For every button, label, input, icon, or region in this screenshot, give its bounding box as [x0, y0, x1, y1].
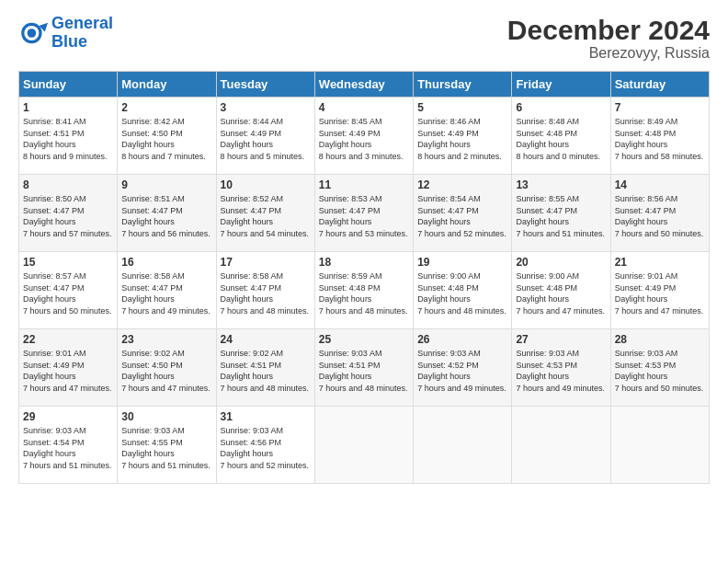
table-row: 31Sunrise: 9:03 AMSunset: 4:56 PMDayligh…: [216, 407, 314, 484]
calendar-subtitle: Berezovyy, Russia: [507, 45, 710, 62]
table-row: 9Sunrise: 8:51 AMSunset: 4:47 PMDaylight…: [118, 175, 216, 252]
table-row: 18Sunrise: 8:59 AMSunset: 4:48 PMDayligh…: [314, 252, 413, 329]
table-row: 6Sunrise: 8:48 AMSunset: 4:48 PMDaylight…: [512, 98, 610, 175]
table-row: 1Sunrise: 8:41 AMSunset: 4:51 PMDaylight…: [19, 98, 118, 175]
svg-point-2: [28, 29, 37, 38]
table-row: 19Sunrise: 9:00 AMSunset: 4:48 PMDayligh…: [414, 252, 512, 329]
table-row: 14Sunrise: 8:56 AMSunset: 4:47 PMDayligh…: [610, 175, 709, 252]
table-row: 4Sunrise: 8:45 AMSunset: 4:49 PMDaylight…: [314, 98, 413, 175]
table-row: [512, 407, 610, 484]
table-row: 7Sunrise: 8:49 AMSunset: 4:48 PMDaylight…: [610, 98, 709, 175]
header: General Blue December 2024 Berezovyy, Ru…: [18, 15, 710, 62]
table-row: 8Sunrise: 8:50 AMSunset: 4:47 PMDaylight…: [19, 175, 118, 252]
table-row: [414, 407, 512, 484]
table-row: 21Sunrise: 9:01 AMSunset: 4:49 PMDayligh…: [610, 252, 709, 329]
table-row: 29Sunrise: 9:03 AMSunset: 4:54 PMDayligh…: [19, 407, 118, 484]
table-row: 22Sunrise: 9:01 AMSunset: 4:49 PMDayligh…: [19, 329, 118, 407]
logo-line1: General: [51, 15, 113, 33]
table-row: 3Sunrise: 8:44 AMSunset: 4:49 PMDaylight…: [216, 98, 314, 175]
logo-line2: Blue: [51, 33, 113, 52]
logo-icon: [18, 18, 48, 48]
table-row: 27Sunrise: 9:03 AMSunset: 4:53 PMDayligh…: [512, 329, 610, 407]
table-row: 26Sunrise: 9:03 AMSunset: 4:52 PMDayligh…: [414, 329, 512, 407]
table-row: 28Sunrise: 9:03 AMSunset: 4:53 PMDayligh…: [610, 329, 709, 407]
table-row: 30Sunrise: 9:03 AMSunset: 4:55 PMDayligh…: [118, 407, 216, 484]
table-row: 17Sunrise: 8:58 AMSunset: 4:47 PMDayligh…: [216, 252, 314, 329]
calendar-week-row: 29Sunrise: 9:03 AMSunset: 4:54 PMDayligh…: [19, 407, 710, 484]
weekday-monday: Monday: [118, 72, 216, 98]
title-block: December 2024 Berezovyy, Russia: [507, 15, 710, 62]
weekday-friday: Friday: [512, 72, 610, 98]
logo: General Blue: [18, 15, 113, 52]
calendar-week-row: 8Sunrise: 8:50 AMSunset: 4:47 PMDaylight…: [19, 175, 710, 252]
calendar-week-row: 1Sunrise: 8:41 AMSunset: 4:51 PMDaylight…: [19, 98, 710, 175]
weekday-saturday: Saturday: [610, 72, 709, 98]
table-row: 20Sunrise: 9:00 AMSunset: 4:48 PMDayligh…: [512, 252, 610, 329]
table-row: 5Sunrise: 8:46 AMSunset: 4:49 PMDaylight…: [414, 98, 512, 175]
calendar-title: December 2024: [507, 15, 710, 45]
table-row: 2Sunrise: 8:42 AMSunset: 4:50 PMDaylight…: [118, 98, 216, 175]
weekday-tuesday: Tuesday: [216, 72, 314, 98]
table-row: 25Sunrise: 9:03 AMSunset: 4:51 PMDayligh…: [314, 329, 413, 407]
table-row: 13Sunrise: 8:55 AMSunset: 4:47 PMDayligh…: [512, 175, 610, 252]
table-row: 12Sunrise: 8:54 AMSunset: 4:47 PMDayligh…: [414, 175, 512, 252]
table-row: [314, 407, 413, 484]
calendar-week-row: 22Sunrise: 9:01 AMSunset: 4:49 PMDayligh…: [19, 329, 710, 407]
calendar-week-row: 15Sunrise: 8:57 AMSunset: 4:47 PMDayligh…: [19, 252, 710, 329]
table-row: 11Sunrise: 8:53 AMSunset: 4:47 PMDayligh…: [314, 175, 413, 252]
weekday-wednesday: Wednesday: [314, 72, 413, 98]
table-row: 15Sunrise: 8:57 AMSunset: 4:47 PMDayligh…: [19, 252, 118, 329]
table-row: [610, 407, 709, 484]
table-row: 23Sunrise: 9:02 AMSunset: 4:50 PMDayligh…: [118, 329, 216, 407]
calendar-table: Sunday Monday Tuesday Wednesday Thursday…: [18, 71, 710, 484]
weekday-sunday: Sunday: [19, 72, 118, 98]
table-row: 16Sunrise: 8:58 AMSunset: 4:47 PMDayligh…: [118, 252, 216, 329]
weekday-header-row: Sunday Monday Tuesday Wednesday Thursday…: [19, 72, 710, 98]
weekday-thursday: Thursday: [414, 72, 512, 98]
table-row: 10Sunrise: 8:52 AMSunset: 4:47 PMDayligh…: [216, 175, 314, 252]
table-row: 24Sunrise: 9:02 AMSunset: 4:51 PMDayligh…: [216, 329, 314, 407]
page: General Blue December 2024 Berezovyy, Ru…: [0, 0, 728, 493]
